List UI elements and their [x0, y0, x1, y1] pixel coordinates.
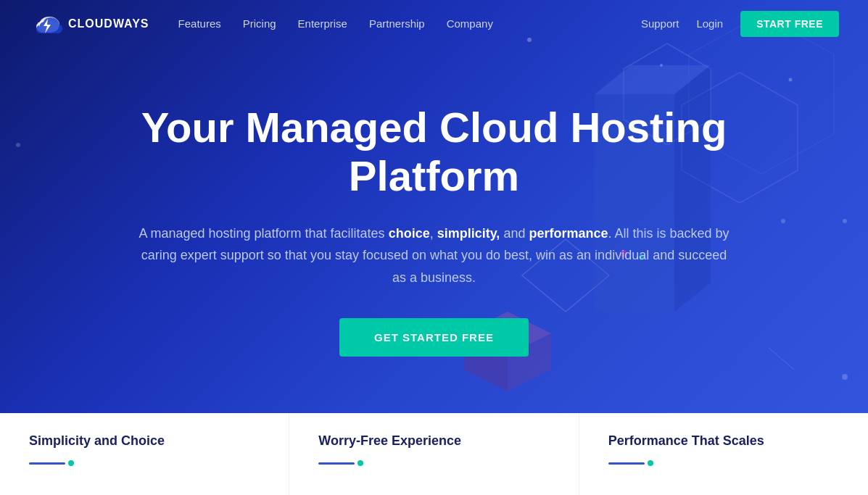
nav-partnership[interactable]: Partnership [369, 17, 425, 30]
navbar-right: Support Login START FREE [641, 11, 839, 37]
cards-section: Simplicity and Choice Worry-Free Experie… [0, 413, 868, 495]
nav-enterprise[interactable]: Enterprise [298, 17, 347, 30]
card-simplicity-underline [29, 460, 260, 466]
nav-links: Features Pricing Enterprise Partnership … [178, 17, 493, 30]
card-worry-free-underline [318, 460, 549, 466]
nav-pricing[interactable]: Pricing [243, 17, 276, 30]
svg-point-15 [781, 219, 785, 223]
hero-section: Your Managed Cloud Hosting Platform A ma… [0, 0, 868, 413]
nav-support[interactable]: Support [641, 17, 679, 30]
card-worry-free-title: Worry-Free Experience [318, 433, 549, 449]
hero-title: Your Managed Cloud Hosting Platform [137, 104, 732, 200]
start-free-button[interactable]: START FREE [740, 11, 839, 37]
card-performance: Performance That Scales [579, 413, 868, 495]
nav-login[interactable]: Login [696, 17, 723, 30]
svg-marker-8 [595, 65, 711, 94]
card-performance-title: Performance That Scales [608, 433, 839, 449]
card-simplicity-title: Simplicity and Choice [29, 433, 260, 449]
hero-subtitle: A managed hosting platform that facilita… [137, 222, 732, 289]
logo-icon [29, 7, 62, 41]
get-started-button[interactable]: GET STARTED FREE [339, 318, 529, 357]
svg-point-17 [843, 219, 847, 223]
underline-blue-bar [29, 462, 65, 465]
underline-blue-bar-3 [608, 462, 645, 465]
nav-features[interactable]: Features [178, 17, 221, 30]
navbar-left: CLOUDWAYS Features Pricing Enterprise Pa… [29, 7, 493, 41]
svg-point-21 [16, 143, 20, 147]
svg-line-22 [769, 348, 794, 370]
logo[interactable]: CLOUDWAYS [29, 7, 149, 41]
card-simplicity: Simplicity and Choice [0, 413, 289, 495]
card-worry-free: Worry-Free Experience [289, 413, 579, 495]
underline-blue-bar-2 [318, 462, 355, 465]
underline-accent-dot-2 [357, 460, 363, 466]
svg-point-16 [842, 374, 848, 380]
card-performance-underline [608, 460, 839, 466]
underline-accent-dot-3 [648, 460, 653, 466]
navbar: CLOUDWAYS Features Pricing Enterprise Pa… [0, 0, 868, 47]
hero-content: Your Managed Cloud Hosting Platform A ma… [108, 104, 761, 356]
svg-point-18 [789, 78, 793, 82]
svg-point-14 [660, 64, 663, 67]
logo-text: CLOUDWAYS [68, 17, 149, 30]
nav-company[interactable]: Company [447, 17, 493, 30]
underline-accent-dot [68, 460, 74, 466]
